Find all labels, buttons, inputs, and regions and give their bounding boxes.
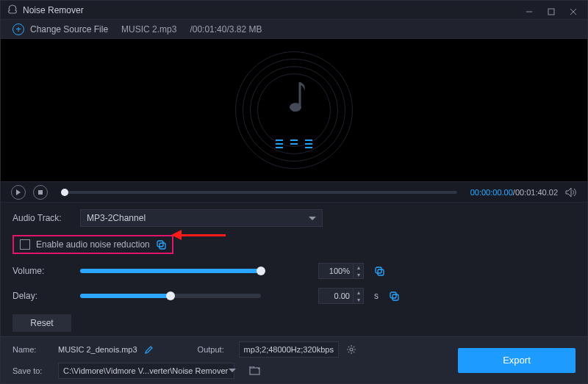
annotation-arrow	[171, 230, 226, 240]
window-controls	[518, 1, 584, 23]
chevron-down-icon[interactable]	[229, 369, 236, 372]
delay-down[interactable]: ▾	[354, 296, 363, 303]
svg-rect-6	[38, 190, 43, 195]
source-info: /00:01:40/3.82 MB	[190, 24, 262, 35]
noise-reduction-label: Enable audio noise reduction	[36, 239, 150, 250]
audio-track-label: Audio Track:	[12, 213, 70, 223]
svg-point-4	[290, 103, 301, 112]
app-window: Noise Remover + Change Source File MUSIC…	[0, 0, 588, 384]
noise-reduction-highlight: Enable audio noise reduction	[12, 235, 173, 254]
timeline-slider[interactable]	[61, 191, 457, 194]
delay-value: 0.00	[319, 291, 353, 300]
volume-stepper[interactable]: 100% ▴▾	[318, 263, 364, 279]
copy-icon[interactable]	[156, 239, 166, 250]
copy-icon[interactable]	[374, 266, 384, 276]
volume-slider[interactable]	[80, 269, 261, 273]
audio-track-select[interactable]: MP3-2Channel	[80, 209, 323, 227]
music-note-icon	[279, 79, 309, 116]
equalizer-icon	[276, 140, 312, 148]
change-source-label: Change Source File	[30, 24, 108, 35]
maximize-button[interactable]	[540, 1, 562, 23]
noise-reduction-checkbox[interactable]	[20, 239, 30, 250]
preview-area	[1, 39, 587, 181]
footer: Name: MUSIC 2_denois.mp3 Output: mp3;2;4…	[1, 336, 587, 383]
svg-rect-7	[157, 241, 163, 247]
play-button[interactable]	[11, 185, 26, 200]
gear-icon[interactable]	[346, 344, 356, 355]
svg-rect-11	[390, 292, 396, 298]
open-folder-icon[interactable]	[249, 366, 261, 375]
save-path-field[interactable]: C:\Vidmore\Vidmore V...verter\Noise Remo…	[58, 363, 234, 379]
app-logo-icon	[7, 4, 18, 16]
save-to-label: Save to:	[12, 366, 51, 375]
edit-icon[interactable]	[145, 345, 154, 354]
plus-circle-icon: +	[12, 23, 24, 35]
titlebar[interactable]: Noise Remover	[1, 1, 587, 19]
volume-icon[interactable]	[565, 187, 577, 198]
svg-point-15	[258, 368, 259, 369]
output-format-field: mp3;2;48000Hz;320kbps	[239, 341, 339, 358]
minimize-button[interactable]	[518, 1, 540, 23]
delay-label: Delay:	[12, 291, 70, 301]
delay-slider[interactable]	[80, 294, 261, 298]
source-filename: MUSIC 2.mp3	[121, 24, 176, 35]
name-label: Name:	[12, 345, 51, 354]
audio-visualizer	[235, 51, 353, 169]
stop-button[interactable]	[33, 185, 48, 200]
player-bar: 00:00:00.00/00:01:40.02	[1, 181, 587, 203]
reset-button[interactable]: Reset	[12, 314, 71, 332]
svg-rect-10	[378, 269, 384, 275]
audio-track-value: MP3-2Channel	[87, 213, 146, 223]
volume-up[interactable]: ▴	[354, 264, 363, 271]
svg-rect-1	[548, 9, 554, 15]
close-button[interactable]	[562, 1, 584, 23]
delay-stepper[interactable]: 0.00 ▴▾	[318, 288, 364, 304]
output-label: Output:	[198, 345, 232, 354]
time-display: 00:00:00.00/00:01:40.02	[470, 188, 558, 197]
app-title: Noise Remover	[23, 5, 84, 15]
volume-down[interactable]: ▾	[354, 271, 363, 278]
source-bar: + Change Source File MUSIC 2.mp3 /00:01:…	[1, 19, 587, 39]
svg-marker-5	[16, 189, 21, 195]
svg-point-13	[350, 348, 353, 351]
chevron-down-icon	[309, 217, 316, 220]
svg-rect-14	[250, 368, 259, 374]
svg-rect-9	[376, 267, 381, 273]
change-source-button[interactable]: + Change Source File	[12, 23, 108, 35]
copy-icon[interactable]	[389, 291, 399, 301]
svg-rect-12	[392, 294, 398, 300]
volume-label: Volume:	[12, 266, 70, 276]
delay-unit: s	[374, 291, 379, 301]
export-button[interactable]: Export	[458, 348, 576, 373]
controls-panel: Audio Track: MP3-2Channel Enable audio n…	[1, 203, 587, 336]
volume-value: 100%	[319, 267, 353, 275]
svg-rect-8	[159, 243, 165, 249]
name-value: MUSIC 2_denois.mp3	[58, 345, 137, 354]
delay-up[interactable]: ▴	[354, 289, 363, 296]
